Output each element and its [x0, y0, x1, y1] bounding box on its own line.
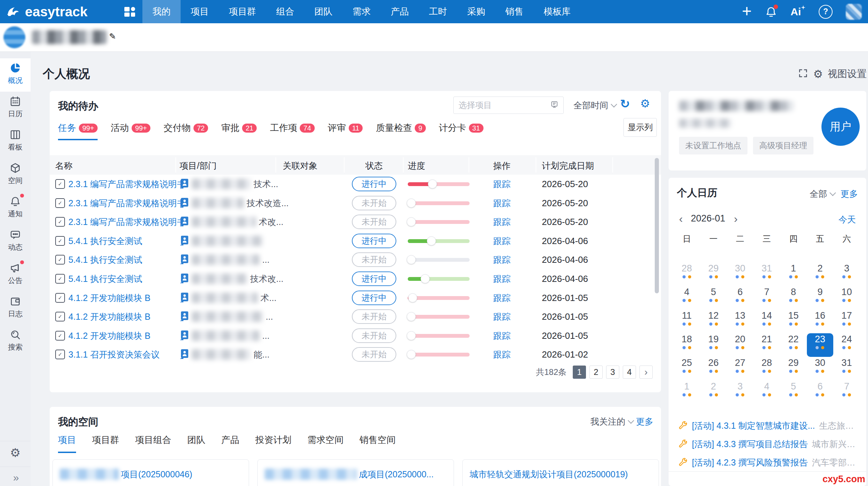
calendar-day[interactable]: 2: [700, 380, 727, 404]
today-button[interactable]: 今天: [838, 214, 856, 225]
calendar-day[interactable]: 1: [673, 380, 700, 404]
activity-link[interactable]: [活动] 4.2.3 撰写风险预警报告: [692, 457, 808, 468]
todo-tab-活动[interactable]: 活动99+: [111, 122, 150, 140]
calendar-filter-dropdown[interactable]: 全部: [810, 188, 835, 200]
calendar-day[interactable]: 27: [727, 357, 753, 380]
activity-item[interactable]: [活动] 4.3.1 制定智慧城市建设...生态旅游风景...: [678, 417, 859, 435]
sidebar-item-announcements[interactable]: 公告: [0, 258, 31, 292]
track-link[interactable]: 跟踪: [493, 330, 511, 342]
edit-pen-icon[interactable]: ✎: [109, 32, 116, 41]
sidebar-item-activity[interactable]: 动态: [0, 225, 31, 258]
calendar-day-today[interactable]: 23: [807, 333, 834, 357]
task-name-link[interactable]: 5.4.1 执行安全测试: [68, 235, 142, 247]
time-filter-dropdown[interactable]: 全部时间: [573, 97, 616, 114]
workspace-avatar[interactable]: [3, 26, 25, 48]
prev-month-icon[interactable]: ‹: [679, 212, 683, 225]
calendar-day[interactable]: 31: [833, 357, 860, 380]
todo-tab-质量检查[interactable]: 质量检查9: [376, 122, 425, 140]
track-link[interactable]: 跟踪: [493, 235, 511, 247]
space-project-card[interactable]: 成项目(20250000...: [257, 459, 454, 486]
space-tab-投资计划[interactable]: 投资计划: [255, 434, 291, 453]
sidebar-item-overview[interactable]: 概况: [0, 58, 31, 92]
calendar-day[interactable]: 9: [807, 286, 834, 310]
calendar-day[interactable]: 14: [753, 310, 780, 333]
project-select-input[interactable]: 选择项目: [453, 97, 564, 114]
calendar-more-link[interactable]: 更多: [841, 188, 858, 200]
calendar-day[interactable]: 12: [700, 310, 727, 333]
space-tab-销售空间[interactable]: 销售空间: [359, 434, 396, 453]
progress-slider[interactable]: [408, 201, 470, 205]
track-link[interactable]: 跟踪: [493, 273, 511, 285]
sidebar-item-notifications[interactable]: 通知: [0, 192, 31, 225]
space-tab-项目[interactable]: 项目: [58, 434, 76, 453]
activity-item[interactable]: [活动] 4.3.3 撰写项目总结报告城市新兴区域...: [678, 435, 859, 453]
calendar-day[interactable]: 7: [833, 380, 860, 404]
space-tab-团队[interactable]: 团队: [187, 434, 205, 453]
calendar-day[interactable]: 20: [727, 333, 753, 357]
show-columns-button[interactable]: 显示列: [623, 118, 657, 137]
ai-assistant-icon[interactable]: Ai: [791, 6, 805, 18]
gear-icon[interactable]: ⚙: [813, 69, 823, 79]
todo-tab-任务[interactable]: 任务99+: [58, 122, 98, 140]
space-project-card[interactable]: 项目(2025000046): [52, 459, 249, 486]
project-card-link[interactable]: 项目(2025000046): [121, 469, 192, 480]
progress-thumb[interactable]: [407, 255, 416, 264]
track-link[interactable]: 跟踪: [493, 349, 511, 360]
calendar-day[interactable]: 26: [700, 357, 727, 380]
nav-item-工时[interactable]: 工时: [419, 0, 457, 23]
calendar-day[interactable]: 21: [753, 333, 780, 357]
progress-slider[interactable]: [408, 277, 470, 281]
progress-thumb[interactable]: [407, 217, 416, 226]
activity-item[interactable]: [活动] 4.2.3 撰写风险预警报告汽车零部件制...: [678, 453, 859, 472]
calendar-day[interactable]: 6: [807, 380, 834, 404]
track-link[interactable]: 跟踪: [493, 311, 511, 322]
calendar-day[interactable]: 29: [780, 357, 807, 380]
nav-item-销售[interactable]: 销售: [495, 0, 534, 23]
nav-item-组合[interactable]: 组合: [266, 0, 304, 23]
sidebar-item-kanban[interactable]: 看板: [0, 125, 31, 158]
nav-item-模板库[interactable]: 模板库: [534, 0, 581, 23]
fullscreen-icon[interactable]: [798, 68, 808, 80]
calendar-day[interactable]: 16: [807, 310, 834, 333]
calendar-day[interactable]: 3: [727, 380, 753, 404]
progress-thumb[interactable]: [407, 312, 416, 321]
calendar-day[interactable]: 30: [727, 262, 753, 286]
sidebar-collapse-button[interactable]: »: [0, 469, 31, 486]
calendar-day[interactable]: 28: [673, 262, 700, 286]
settings-gear-icon[interactable]: ⚙: [640, 98, 650, 109]
nav-item-采购[interactable]: 采购: [457, 0, 495, 23]
spaces-filter-dropdown[interactable]: 我关注的: [590, 416, 633, 427]
task-name-link[interactable]: 4.1.2 开发功能模块 B: [68, 311, 150, 322]
calendar-day[interactable]: 8: [780, 286, 807, 310]
todo-tab-评审[interactable]: 评审11: [328, 122, 363, 140]
progress-slider[interactable]: [408, 182, 470, 186]
progress-slider[interactable]: [408, 315, 470, 319]
refresh-icon[interactable]: ↻: [620, 98, 630, 110]
calendar-day[interactable]: 2: [807, 262, 834, 286]
pagination-next-button[interactable]: ›: [639, 366, 653, 379]
calendar-day[interactable]: 24: [833, 333, 860, 357]
track-link[interactable]: 跟踪: [493, 254, 511, 266]
apps-grid-icon[interactable]: [124, 6, 136, 18]
nav-item-团队[interactable]: 团队: [304, 0, 342, 23]
view-settings-button[interactable]: 视图设置: [828, 67, 867, 81]
space-tab-项目群[interactable]: 项目群: [92, 434, 119, 453]
page-button-4[interactable]: 4: [623, 366, 636, 379]
nav-item-项目[interactable]: 项目: [181, 0, 219, 23]
sidebar-item-search[interactable]: 搜索: [0, 325, 31, 358]
calendar-day[interactable]: 4: [753, 380, 780, 404]
space-tab-需求空间[interactable]: 需求空间: [307, 434, 344, 453]
track-link[interactable]: 跟踪: [493, 198, 511, 209]
task-name-link[interactable]: 5.4.1 执行安全测试: [68, 254, 142, 266]
calendar-day[interactable]: 28: [753, 357, 780, 380]
page-button-1[interactable]: 1: [573, 366, 586, 379]
create-plus-icon[interactable]: +: [742, 3, 752, 19]
calendar-day[interactable]: 17: [833, 310, 860, 333]
progress-slider[interactable]: [408, 239, 470, 243]
track-link[interactable]: 跟踪: [493, 178, 511, 190]
space-project-card[interactable]: 城市轻轨交通规划设计项目(2025000019): [462, 459, 659, 486]
calendar-day[interactable]: 25: [673, 357, 700, 380]
task-name-link[interactable]: 5.4.1 执行安全测试: [68, 273, 142, 285]
calendar-day[interactable]: 6: [727, 286, 753, 310]
nav-item-我的[interactable]: 我的: [142, 0, 181, 23]
